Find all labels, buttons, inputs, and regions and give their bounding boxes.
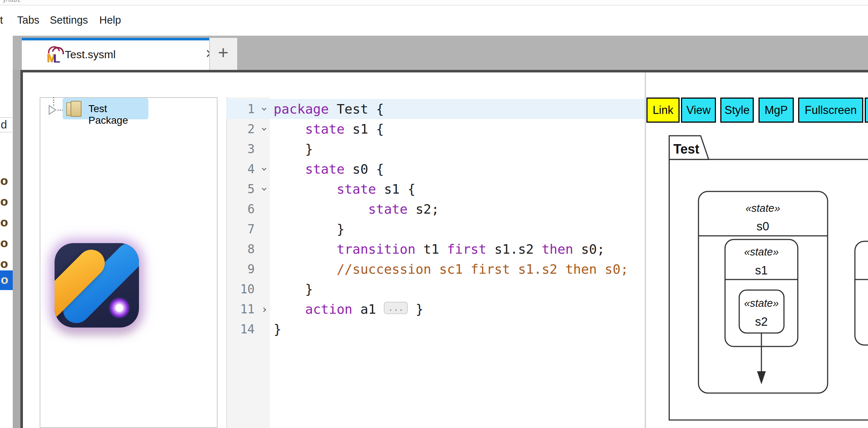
code-line-3[interactable]: 3 } bbox=[226, 139, 645, 159]
fold-spacer bbox=[257, 319, 272, 339]
code-text[interactable]: package Test { bbox=[272, 99, 384, 119]
code-text[interactable]: //succession sc1 first s1.s2 then s0; bbox=[272, 259, 628, 279]
line-number: 3 bbox=[226, 139, 257, 159]
code-line-4[interactable]: 4› state s0 { bbox=[226, 159, 645, 179]
code-token: } bbox=[274, 322, 282, 337]
diagram-button-fullscreen[interactable]: Fullscreen bbox=[798, 98, 863, 123]
tree-item-label: Test Package bbox=[88, 103, 148, 126]
code-line-1[interactable]: 1›package Test { bbox=[226, 99, 645, 119]
state-diagram-canvas[interactable]: Test «state» s0 «state» s1 «state» s2 bbox=[669, 135, 868, 428]
browser-edge-fragment: y/tab2 bbox=[0, 0, 868, 5]
keyword-token: state bbox=[368, 202, 407, 217]
keyword-token: transition bbox=[337, 242, 415, 257]
fragment-divider bbox=[0, 117, 12, 118]
fold-spacer bbox=[257, 219, 272, 239]
code-text[interactable]: } bbox=[272, 319, 282, 339]
fold-spacer bbox=[257, 139, 272, 159]
tree-item-test-package[interactable]: Test Package bbox=[63, 98, 148, 119]
diagram-button-style[interactable]: Style bbox=[720, 98, 754, 123]
fold-chevron-down-icon[interactable]: › bbox=[255, 162, 275, 177]
fragment-text: o bbox=[0, 236, 8, 250]
code-line-2[interactable]: 2› state s1 { bbox=[226, 119, 645, 139]
menu-item-t[interactable]: t bbox=[0, 14, 3, 26]
fold-chevron-right-icon[interactable]: › bbox=[257, 299, 272, 319]
folded-region-ellipsis[interactable]: ... bbox=[384, 302, 407, 314]
code-token bbox=[274, 302, 305, 317]
fragment-text: o bbox=[0, 174, 8, 188]
state-s1-stereotype: «state» bbox=[744, 246, 779, 258]
code-line-14[interactable]: 14} bbox=[226, 319, 645, 339]
content-frame-border bbox=[20, 72, 23, 428]
fragment-text: d bbox=[1, 118, 7, 131]
code-token bbox=[274, 202, 368, 217]
code-line-11[interactable]: 11› action a1 ... } bbox=[226, 299, 645, 319]
app-window: y/tab2 tTabsSettingsHelp d ooooo o M L T… bbox=[0, 0, 868, 428]
diagram-button-clipped[interactable] bbox=[865, 98, 868, 123]
syside-app-logo bbox=[55, 243, 139, 328]
code-text[interactable]: action a1 ... } bbox=[272, 299, 423, 319]
browser-url-fragment: y/tab2 bbox=[3, 0, 21, 3]
diagram-button-view[interactable]: View bbox=[681, 98, 716, 123]
diagram-button-mgp[interactable]: MgP bbox=[758, 98, 794, 123]
line-number: 1 bbox=[226, 99, 257, 119]
code-line-9[interactable]: 9 //succession sc1 first s1.s2 then s0; bbox=[226, 259, 645, 279]
code-token: s1 { bbox=[345, 122, 384, 136]
state-s2-name: s2 bbox=[755, 315, 768, 328]
fragment-text: o bbox=[0, 257, 8, 271]
code-token: a1 bbox=[353, 302, 384, 317]
line-number: 2 bbox=[226, 119, 257, 139]
code-line-5[interactable]: 5› state s1 { bbox=[226, 179, 645, 199]
code-token: Test { bbox=[329, 102, 384, 116]
code-line-8[interactable]: 8 transition t1 first s1.s2 then s0; bbox=[226, 239, 645, 259]
code-token bbox=[274, 122, 305, 136]
menu-bar: tTabsSettingsHelp bbox=[0, 5, 868, 36]
code-token: } bbox=[274, 142, 313, 156]
code-line-10[interactable]: 10 } bbox=[226, 279, 645, 299]
keyword-token: then bbox=[542, 242, 573, 257]
fold-chevron-down-icon[interactable]: › bbox=[255, 102, 275, 117]
code-text[interactable]: state s1 { bbox=[272, 179, 415, 199]
plus-icon: + bbox=[218, 42, 228, 63]
fragment-selected-row: o bbox=[0, 270, 13, 290]
code-text[interactable]: } bbox=[272, 139, 313, 159]
line-number: 14 bbox=[226, 319, 257, 339]
new-tab-button[interactable]: + bbox=[209, 38, 237, 70]
state-clipped-right[interactable] bbox=[855, 241, 868, 345]
code-token bbox=[274, 182, 337, 197]
menu-item-help[interactable]: Help bbox=[99, 14, 121, 26]
fold-spacer bbox=[257, 239, 272, 259]
keyword-token: package bbox=[274, 102, 329, 116]
keyword-token: state bbox=[305, 162, 345, 177]
keyword-token: first bbox=[447, 242, 486, 257]
package-name-label: Test bbox=[673, 142, 699, 156]
fragment-divider bbox=[0, 132, 12, 132]
keyword-token: state bbox=[337, 182, 376, 197]
state-s1-name: s1 bbox=[755, 263, 768, 277]
code-text[interactable]: state s2; bbox=[272, 199, 439, 219]
state-s0-stereotype: «state» bbox=[745, 202, 780, 214]
fragment-text: o bbox=[1, 273, 8, 287]
code-token: t1 bbox=[415, 242, 447, 257]
tree-expand-icon[interactable] bbox=[48, 104, 57, 116]
line-number: 9 bbox=[226, 259, 257, 279]
diagram-button-link[interactable]: Link bbox=[646, 98, 680, 123]
fold-chevron-down-icon[interactable]: › bbox=[255, 122, 275, 137]
fragment-text: o bbox=[0, 194, 8, 209]
code-editor[interactable]: 1›package Test {2› state s1 {3 }4› state… bbox=[226, 99, 645, 339]
fold-chevron-down-icon[interactable]: › bbox=[255, 182, 275, 197]
code-text[interactable]: transition t1 first s1.s2 then s0; bbox=[272, 239, 605, 259]
sysml-file-icon: M L bbox=[47, 48, 63, 64]
tab-title: Test.sysml bbox=[65, 48, 116, 61]
code-line-7[interactable]: 7 } bbox=[226, 219, 645, 239]
code-text[interactable]: } bbox=[272, 279, 313, 299]
menu-item-settings[interactable]: Settings bbox=[50, 14, 88, 26]
code-token: s1.s2 bbox=[486, 242, 542, 257]
tab-test-sysml[interactable]: M L Test.sysml × bbox=[22, 38, 209, 70]
code-text[interactable]: state s0 { bbox=[272, 159, 384, 179]
code-text[interactable]: } bbox=[272, 219, 345, 239]
code-text[interactable]: state s1 { bbox=[272, 119, 384, 139]
menu-item-tabs[interactable]: Tabs bbox=[17, 14, 39, 26]
code-line-6[interactable]: 6 state s2; bbox=[226, 199, 645, 219]
fold-spacer bbox=[257, 199, 272, 219]
fold-spacer bbox=[257, 279, 272, 299]
